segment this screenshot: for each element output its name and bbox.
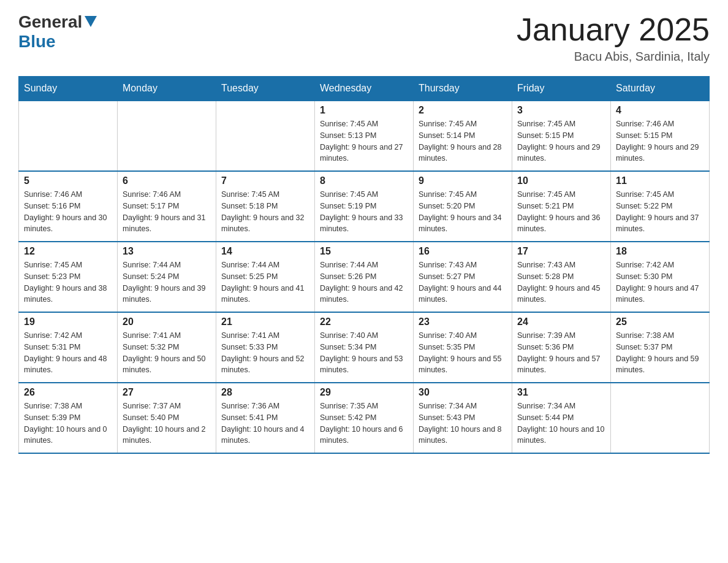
day-info: Sunrise: 7:46 AM Sunset: 5:15 PM Dayligh… <box>616 118 704 164</box>
month-title: January 2025 <box>517 12 710 47</box>
day-info: Sunrise: 7:43 AM Sunset: 5:27 PM Dayligh… <box>419 259 507 305</box>
day-info: Sunrise: 7:46 AM Sunset: 5:17 PM Dayligh… <box>123 189 211 235</box>
day-info: Sunrise: 7:40 AM Sunset: 5:35 PM Dayligh… <box>419 330 507 376</box>
calendar-cell: 28Sunrise: 7:36 AM Sunset: 5:41 PM Dayli… <box>216 383 315 453</box>
header-row: SundayMondayTuesdayWednesdayThursdayFrid… <box>19 77 710 101</box>
svg-marker-0 <box>85 16 97 27</box>
calendar-cell: 14Sunrise: 7:44 AM Sunset: 5:25 PM Dayli… <box>216 242 315 312</box>
day-number: 14 <box>221 246 309 257</box>
calendar-cell: 29Sunrise: 7:35 AM Sunset: 5:42 PM Dayli… <box>315 383 414 453</box>
day-number: 5 <box>24 175 112 186</box>
day-info: Sunrise: 7:45 AM Sunset: 5:23 PM Dayligh… <box>24 259 112 305</box>
calendar-cell: 31Sunrise: 7:34 AM Sunset: 5:44 PM Dayli… <box>512 383 611 453</box>
day-info: Sunrise: 7:45 AM Sunset: 5:20 PM Dayligh… <box>419 189 507 235</box>
calendar-cell: 9Sunrise: 7:45 AM Sunset: 5:20 PM Daylig… <box>414 171 512 242</box>
calendar-cell: 20Sunrise: 7:41 AM Sunset: 5:32 PM Dayli… <box>118 312 216 383</box>
day-info: Sunrise: 7:45 AM Sunset: 5:15 PM Dayligh… <box>517 118 605 164</box>
calendar-week-row: 19Sunrise: 7:42 AM Sunset: 5:31 PM Dayli… <box>19 312 710 383</box>
calendar-cell: 13Sunrise: 7:44 AM Sunset: 5:24 PM Dayli… <box>118 242 216 312</box>
calendar-cell <box>611 383 710 453</box>
calendar-cell: 25Sunrise: 7:38 AM Sunset: 5:37 PM Dayli… <box>611 312 710 383</box>
day-info: Sunrise: 7:45 AM Sunset: 5:22 PM Dayligh… <box>616 189 704 235</box>
day-info: Sunrise: 7:44 AM Sunset: 5:24 PM Dayligh… <box>123 259 211 305</box>
day-number: 18 <box>616 246 704 257</box>
page-header: General Blue January 2025 Bacu Abis, Sar… <box>18 12 710 64</box>
calendar-cell: 2Sunrise: 7:45 AM Sunset: 5:14 PM Daylig… <box>414 101 512 171</box>
day-number: 30 <box>419 387 507 398</box>
day-number: 27 <box>123 387 211 398</box>
day-info: Sunrise: 7:44 AM Sunset: 5:25 PM Dayligh… <box>221 259 309 305</box>
day-of-week-header: Sunday <box>19 77 118 101</box>
day-info: Sunrise: 7:35 AM Sunset: 5:42 PM Dayligh… <box>320 400 408 446</box>
calendar-cell: 16Sunrise: 7:43 AM Sunset: 5:27 PM Dayli… <box>414 242 512 312</box>
calendar-cell: 3Sunrise: 7:45 AM Sunset: 5:15 PM Daylig… <box>512 101 611 171</box>
day-number: 7 <box>221 175 309 186</box>
day-info: Sunrise: 7:42 AM Sunset: 5:31 PM Dayligh… <box>24 330 112 376</box>
day-number: 10 <box>517 175 605 186</box>
calendar-cell: 6Sunrise: 7:46 AM Sunset: 5:17 PM Daylig… <box>118 171 216 242</box>
location: Bacu Abis, Sardinia, Italy <box>517 50 710 64</box>
calendar-cell: 12Sunrise: 7:45 AM Sunset: 5:23 PM Dayli… <box>19 242 118 312</box>
calendar-cell <box>118 101 216 171</box>
logo-triangle-icon <box>84 15 97 30</box>
day-number: 2 <box>419 105 507 116</box>
day-info: Sunrise: 7:45 AM Sunset: 5:18 PM Dayligh… <box>221 189 309 235</box>
calendar-cell: 21Sunrise: 7:41 AM Sunset: 5:33 PM Dayli… <box>216 312 315 383</box>
calendar-week-row: 5Sunrise: 7:46 AM Sunset: 5:16 PM Daylig… <box>19 171 710 242</box>
calendar-week-row: 26Sunrise: 7:38 AM Sunset: 5:39 PM Dayli… <box>19 383 710 453</box>
day-number: 6 <box>123 175 211 186</box>
calendar-cell: 22Sunrise: 7:40 AM Sunset: 5:34 PM Dayli… <box>315 312 414 383</box>
day-number: 31 <box>517 387 605 398</box>
calendar-cell: 5Sunrise: 7:46 AM Sunset: 5:16 PM Daylig… <box>19 171 118 242</box>
day-number: 8 <box>320 175 408 186</box>
day-info: Sunrise: 7:34 AM Sunset: 5:43 PM Dayligh… <box>419 400 507 446</box>
calendar-cell: 8Sunrise: 7:45 AM Sunset: 5:19 PM Daylig… <box>315 171 414 242</box>
day-number: 24 <box>517 316 605 327</box>
calendar-cell: 1Sunrise: 7:45 AM Sunset: 5:13 PM Daylig… <box>315 101 414 171</box>
day-number: 17 <box>517 246 605 257</box>
day-number: 9 <box>419 175 507 186</box>
day-number: 13 <box>123 246 211 257</box>
day-info: Sunrise: 7:36 AM Sunset: 5:41 PM Dayligh… <box>221 400 309 446</box>
day-number: 16 <box>419 246 507 257</box>
day-number: 1 <box>320 105 408 116</box>
day-info: Sunrise: 7:38 AM Sunset: 5:39 PM Dayligh… <box>24 400 112 446</box>
calendar-cell <box>19 101 118 171</box>
day-info: Sunrise: 7:45 AM Sunset: 5:19 PM Dayligh… <box>320 189 408 235</box>
day-info: Sunrise: 7:46 AM Sunset: 5:16 PM Dayligh… <box>24 189 112 235</box>
day-number: 23 <box>419 316 507 327</box>
day-info: Sunrise: 7:39 AM Sunset: 5:36 PM Dayligh… <box>517 330 605 376</box>
calendar-cell: 30Sunrise: 7:34 AM Sunset: 5:43 PM Dayli… <box>414 383 512 453</box>
day-number: 28 <box>221 387 309 398</box>
day-number: 25 <box>616 316 704 327</box>
calendar-cell: 15Sunrise: 7:44 AM Sunset: 5:26 PM Dayli… <box>315 242 414 312</box>
day-number: 12 <box>24 246 112 257</box>
day-of-week-header: Thursday <box>414 77 512 101</box>
day-of-week-header: Monday <box>118 77 216 101</box>
calendar-week-row: 1Sunrise: 7:45 AM Sunset: 5:13 PM Daylig… <box>19 101 710 171</box>
day-info: Sunrise: 7:38 AM Sunset: 5:37 PM Dayligh… <box>616 330 704 376</box>
day-info: Sunrise: 7:43 AM Sunset: 5:28 PM Dayligh… <box>517 259 605 305</box>
day-info: Sunrise: 7:42 AM Sunset: 5:30 PM Dayligh… <box>616 259 704 305</box>
logo: General Blue <box>18 12 97 52</box>
day-number: 26 <box>24 387 112 398</box>
title-section: January 2025 Bacu Abis, Sardinia, Italy <box>517 12 710 64</box>
day-info: Sunrise: 7:45 AM Sunset: 5:13 PM Dayligh… <box>320 118 408 164</box>
calendar-cell: 23Sunrise: 7:40 AM Sunset: 5:35 PM Dayli… <box>414 312 512 383</box>
calendar-cell: 19Sunrise: 7:42 AM Sunset: 5:31 PM Dayli… <box>19 312 118 383</box>
calendar-cell: 7Sunrise: 7:45 AM Sunset: 5:18 PM Daylig… <box>216 171 315 242</box>
calendar-cell: 24Sunrise: 7:39 AM Sunset: 5:36 PM Dayli… <box>512 312 611 383</box>
day-of-week-header: Wednesday <box>315 77 414 101</box>
day-number: 3 <box>517 105 605 116</box>
calendar-cell: 18Sunrise: 7:42 AM Sunset: 5:30 PM Dayli… <box>611 242 710 312</box>
calendar-cell: 10Sunrise: 7:45 AM Sunset: 5:21 PM Dayli… <box>512 171 611 242</box>
calendar-cell: 27Sunrise: 7:37 AM Sunset: 5:40 PM Dayli… <box>118 383 216 453</box>
day-info: Sunrise: 7:34 AM Sunset: 5:44 PM Dayligh… <box>517 400 605 446</box>
day-of-week-header: Friday <box>512 77 611 101</box>
day-number: 11 <box>616 175 704 186</box>
day-number: 20 <box>123 316 211 327</box>
calendar-cell: 4Sunrise: 7:46 AM Sunset: 5:15 PM Daylig… <box>611 101 710 171</box>
calendar-cell: 26Sunrise: 7:38 AM Sunset: 5:39 PM Dayli… <box>19 383 118 453</box>
day-info: Sunrise: 7:45 AM Sunset: 5:21 PM Dayligh… <box>517 189 605 235</box>
day-info: Sunrise: 7:45 AM Sunset: 5:14 PM Dayligh… <box>419 118 507 164</box>
